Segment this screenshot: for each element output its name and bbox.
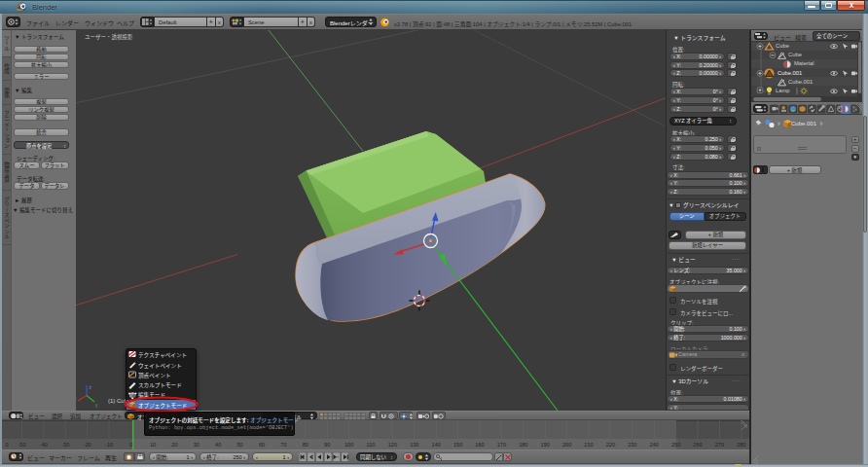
- svg-text:110: 110: [367, 442, 376, 448]
- svg-text:90: 90: [324, 442, 330, 448]
- svg-text:20: 20: [171, 442, 177, 448]
- svg-text:250: 250: [671, 442, 680, 448]
- svg-text:70: 70: [280, 442, 286, 448]
- svg-text:80: 80: [303, 442, 308, 448]
- svg-text:170: 170: [497, 442, 506, 448]
- svg-text:100: 100: [344, 442, 353, 448]
- svg-text:150: 150: [453, 442, 462, 448]
- svg-text:270: 270: [715, 442, 724, 448]
- svg-text:-30: -30: [61, 442, 69, 448]
- svg-text:140: 140: [432, 442, 441, 448]
- svg-text:280: 280: [737, 442, 745, 448]
- svg-text:-10: -10: [105, 442, 113, 448]
- svg-text:160: 160: [475, 442, 484, 448]
- svg-text:240: 240: [650, 442, 659, 448]
- svg-text:-40: -40: [40, 442, 48, 448]
- svg-text:0: 0: [5, 442, 8, 448]
- svg-text:10: 10: [150, 442, 156, 448]
- svg-text:-50: -50: [18, 442, 25, 448]
- svg-text:60: 60: [259, 442, 265, 448]
- svg-text:0: 0: [129, 442, 132, 448]
- svg-text:120: 120: [388, 442, 397, 448]
- svg-text:180: 180: [519, 442, 527, 448]
- svg-text:190: 190: [541, 442, 550, 448]
- svg-text:-20: -20: [84, 442, 91, 448]
- svg-text:200: 200: [562, 442, 571, 448]
- svg-text:210: 210: [584, 442, 593, 448]
- svg-text:y: y: [95, 402, 98, 408]
- svg-text:40: 40: [215, 442, 221, 448]
- svg-text:ユーザー・透視投影: ユーザー・透視投影: [85, 33, 133, 41]
- svg-text:130: 130: [410, 442, 418, 448]
- svg-text:260: 260: [693, 442, 702, 448]
- svg-text:z: z: [90, 384, 92, 390]
- svg-text:230: 230: [628, 442, 636, 448]
- svg-text:50: 50: [236, 442, 242, 448]
- svg-text:30: 30: [194, 442, 199, 448]
- svg-text:220: 220: [606, 442, 615, 448]
